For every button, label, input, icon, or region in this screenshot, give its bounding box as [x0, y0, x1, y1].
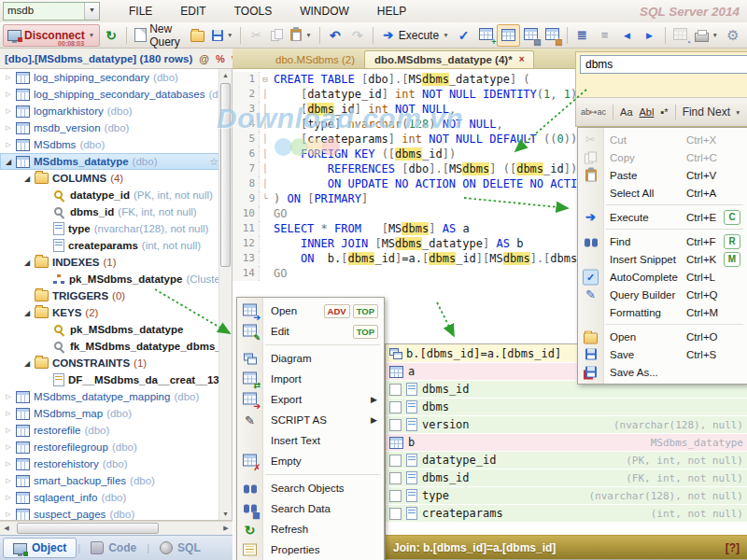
fold-marker[interactable]: │ — [259, 147, 271, 161]
expander-icon[interactable]: ◢ — [21, 359, 33, 368]
new-query-button[interactable]: New Query — [131, 25, 187, 46]
quick-replace-icon[interactable]: ab↦ac — [581, 107, 606, 117]
expander-icon[interactable]: ▷ — [3, 511, 14, 518]
tab-object[interactable]: Object — [3, 538, 77, 558]
fold-marker[interactable]: │ — [259, 117, 271, 132]
menu-item-find[interactable]: FindCtrl+FR — [578, 232, 747, 250]
favorite-star-icon[interactable]: ☆ — [209, 156, 218, 168]
expander-icon[interactable]: ◢ — [21, 175, 33, 183]
expander-icon[interactable]: ◢ — [21, 309, 33, 317]
menu-item-save-as[interactable]: Save As... — [578, 363, 747, 381]
tree-item-indexes[interactable]: ◢INDEXES(1) — [0, 254, 232, 271]
expander-icon[interactable]: ▷ — [3, 91, 14, 98]
comment-lines-button[interactable]: ≣ — [571, 25, 594, 46]
menu-item-execute[interactable]: ➔ExecuteCtrl+EC — [578, 208, 747, 226]
fold-marker[interactable]: ⊟ — [259, 72, 271, 87]
tree-item-smart-backup-files[interactable]: ▷smart_backup_files(dbo) — [0, 472, 232, 489]
menu-item-insert-snippet[interactable]: Insert SnippetCtrl+KM — [578, 250, 747, 268]
tree-item-constraints[interactable]: ◢CONSTRAINTS(1) — [0, 355, 232, 371]
close-icon[interactable]: × — [519, 51, 525, 68]
chevron-down-icon[interactable]: ▼ — [712, 32, 718, 38]
scrollbar-thumb[interactable] — [17, 523, 159, 534]
at-icon[interactable]: @ — [199, 53, 209, 64]
fold-marker[interactable]: │ — [259, 176, 271, 191]
execute-button[interactable]: ➔Execute▼ — [377, 25, 453, 46]
tree-item-pk-msdbms-datatype[interactable]: pk_MSdbms_datatype(Clustered) — [0, 271, 232, 287]
editor-tab-dbo-msdbms-datatype-4[interactable]: dbo.MSdbms_datatype (4)*× — [364, 50, 534, 68]
whole-word-button[interactable]: Abl — [640, 106, 655, 118]
scroll-right-icon[interactable]: ▶ — [219, 525, 233, 532]
column-checkbox[interactable] — [389, 490, 402, 502]
menu-item-search-data[interactable]: ▦Search Data — [237, 498, 384, 519]
tree-item-type[interactable]: type(nvarchar(128), not null) — [0, 220, 232, 237]
column-checkbox[interactable] — [389, 472, 402, 484]
fold-marker[interactable]: │ — [259, 132, 271, 147]
refresh-connection-button[interactable]: ↻ — [100, 25, 122, 46]
match-case-button[interactable]: Aa — [620, 106, 632, 118]
tree-item-pk-msdbms-datatype[interactable]: pk_MSdbms_datatype — [0, 321, 232, 338]
scroll-up-icon[interactable]: ▲ — [219, 69, 232, 81]
percent-icon[interactable]: % — [216, 53, 225, 64]
menu-window[interactable]: WINDOW — [286, 5, 363, 18]
menu-item-select-all[interactable]: Select AllCtrl+A — [578, 184, 747, 202]
column-checkbox[interactable] — [389, 401, 402, 413]
tree-item-restorefile[interactable]: ▷restorefile(dbo) — [0, 422, 232, 439]
menu-item-query-builder[interactable]: ✎Query BuilderCtrl+Q — [578, 286, 747, 303]
settings-button[interactable]: ⚙ — [722, 25, 744, 46]
tree-item-fk-msdbms-datatype-dbms-id[interactable]: fk_MSdbms_datatype_dbms_id — [0, 338, 232, 355]
save-button[interactable]: ▼ — [208, 25, 236, 46]
tree-item-datatype-id[interactable]: datatype_id(PK, int, not null) — [0, 187, 232, 203]
chevron-down-icon[interactable]: ▼ — [443, 32, 448, 38]
expander-icon[interactable]: ▷ — [3, 427, 14, 434]
menu-item-properties[interactable]: Properties — [237, 539, 384, 560]
tree-item-restorehistory[interactable]: ▷restorehistory(dbo) — [0, 455, 232, 472]
menu-item-open[interactable]: OpenCtrl+O — [578, 328, 747, 345]
column-checkbox[interactable] — [389, 455, 402, 467]
tree-item-triggers[interactable]: TRIGGERS(0) — [0, 287, 232, 304]
tree-item-log-shipping-secondary[interactable]: ▷log_shipping_secondary(dbo) — [0, 69, 232, 86]
regex-button[interactable]: ▪* — [660, 106, 668, 118]
menu-help[interactable]: HELP — [363, 5, 420, 18]
table-add-button[interactable]: + — [475, 25, 497, 46]
scroll-left-icon[interactable]: ◀ — [0, 525, 13, 532]
menu-edit[interactable]: EDIT — [166, 5, 219, 18]
chevron-down-icon[interactable]: ▼ — [305, 32, 311, 38]
join-row-datatype-id[interactable]: datatype_id(PK, int, not null) — [386, 452, 747, 469]
join-row-b[interactable]: bMSdbms_datatype — [386, 434, 747, 452]
menu-file[interactable]: FILE — [115, 5, 166, 18]
find-next-button[interactable]: Find Next ▼ — [683, 105, 741, 119]
column-checkbox[interactable] — [389, 384, 402, 396]
tree-item-msdbms-map[interactable]: ▷MSdbms_map(dbo) — [0, 405, 232, 422]
editor-tab-dbo-msdbms-2[interactable]: dbo.MSdbms (2) — [266, 51, 364, 68]
find-input[interactable] — [580, 55, 747, 74]
expander-icon[interactable]: ▷ — [3, 141, 14, 148]
join-row-dbms[interactable]: dbms — [386, 399, 747, 416]
expander-icon[interactable]: ▷ — [3, 477, 14, 484]
disconnect-button[interactable]: Disconnect▼00:08:03 — [3, 24, 100, 47]
parse-query-button[interactable]: ✓ — [453, 25, 475, 46]
expander-icon[interactable]: ▷ — [3, 107, 14, 115]
undo-button[interactable]: ↶ — [324, 25, 346, 46]
menu-item-diagram[interactable]: Diagram — [237, 348, 384, 369]
tree-item-restorefilegroup[interactable]: ▷restorefilegroup(dbo) — [0, 439, 232, 455]
scrollbar-thumb[interactable] — [220, 83, 231, 267]
database-selector[interactable]: msdb ▼ — [3, 2, 100, 21]
menu-item-search-objects[interactable]: Search Objects — [237, 478, 384, 498]
join-row-type[interactable]: type(nvarchar(128), not null) — [386, 487, 747, 505]
menu-item-open[interactable]: ➔OpenADVTOP — [237, 301, 384, 321]
menu-item-refresh[interactable]: ↻Refresh — [237, 519, 384, 539]
join-row-dbms-id[interactable]: dbms_id(FK, int, not null) — [386, 469, 747, 487]
menu-item-save[interactable]: SaveCtrl+S — [578, 345, 747, 363]
outdent-button[interactable]: ◀ — [616, 25, 639, 46]
menu-item-formatting[interactable]: FormattingCtrl+M — [578, 303, 747, 321]
menu-item-export[interactable]: ➔Export▶ — [237, 389, 384, 410]
join-row-version[interactable]: version(nvarchar(128), null) — [386, 416, 747, 434]
expander-icon[interactable]: ▷ — [3, 494, 14, 501]
indent-button[interactable]: ▶ — [639, 25, 661, 46]
tree-item-msdbms-datatype-mapping[interactable]: ▷MSdbms_datatype_mapping(dbo) — [0, 388, 232, 405]
fold-marker[interactable]: └ — [259, 191, 271, 206]
open-file-button[interactable] — [187, 25, 208, 46]
menu-item-empty[interactable]: ✗Empty — [237, 451, 384, 471]
column-checkbox[interactable] — [389, 508, 402, 520]
tree-item-msdb-version[interactable]: ▷msdb_version(dbo) — [0, 119, 232, 136]
